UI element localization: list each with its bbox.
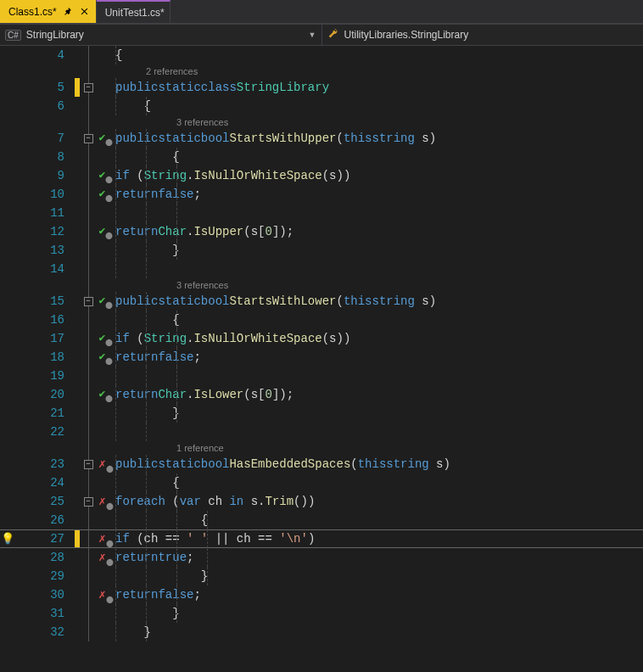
code-text[interactable]: { — [115, 46, 643, 64]
line-number: 21 — [15, 406, 75, 420]
code-text[interactable]: public static bool StartsWithUpper(this … — [115, 129, 643, 148]
test-fail-icon: ✗⬤ — [98, 587, 113, 603]
nav-type-label: UtilityLibraries.StringLibrary — [344, 29, 469, 41]
code-text[interactable] — [115, 204, 643, 222]
line-number: 26 — [15, 513, 75, 527]
code-text[interactable]: } — [115, 567, 643, 585]
codelens-row: 3 references — [0, 278, 643, 292]
code-text[interactable]: return Char.IsLower(s[0]); — [115, 385, 643, 404]
code-line: 13 } — [0, 241, 643, 260]
line-number: 10 — [15, 188, 75, 201]
line-number: 32 — [15, 625, 75, 639]
code-text[interactable]: { — [115, 311, 643, 329]
code-text[interactable]: return false; — [115, 185, 643, 204]
code-line: 30 ✗⬤ return false; — [0, 585, 643, 604]
code-line: 18 ✔⬤ return false; — [0, 348, 643, 367]
line-number: 7 — [15, 132, 75, 145]
code-text[interactable]: return Char.IsUpper(s[0]); — [115, 222, 643, 241]
code-text[interactable]: return false; — [115, 585, 643, 604]
test-pass-icon: ✔⬤ — [99, 168, 114, 183]
line-number: 20 — [15, 388, 75, 401]
fold-toggle[interactable]: − — [84, 497, 93, 507]
code-text[interactable]: } — [115, 623, 643, 641]
code-line: 16 { — [0, 311, 643, 329]
line-number: 17 — [15, 332, 75, 345]
code-line: 22 — [0, 423, 643, 441]
line-number: 9 — [15, 169, 75, 182]
code-line: 5 − public static class StringLibrary — [0, 78, 643, 97]
code-line: 8 { — [0, 148, 643, 166]
test-fail-icon: ✗⬤ — [98, 456, 113, 473]
fold-toggle[interactable]: − — [84, 297, 93, 306]
code-text[interactable]: if (String.IsNullOrWhiteSpace(s)) — [115, 166, 643, 185]
line-number: 28 — [15, 551, 75, 564]
code-line: 25 − ✗⬤ foreach (var ch in s.Trim()) — [0, 492, 643, 511]
code-text[interactable]: { — [115, 148, 643, 166]
code-line: 31 } — [0, 604, 643, 623]
fold-toggle[interactable]: − — [84, 460, 93, 469]
code-text[interactable]: return true; — [115, 548, 643, 567]
code-text[interactable]: foreach (var ch in s.Trim()) — [115, 492, 643, 511]
line-number: 11 — [15, 206, 75, 220]
nav-type-dropdown[interactable]: UtilityLibraries.StringLibrary — [322, 25, 644, 45]
code-text[interactable]: { — [115, 511, 643, 529]
code-line: 24 { — [0, 473, 643, 492]
line-number: 27 — [15, 532, 75, 546]
codelens-link[interactable]: 3 references — [115, 278, 643, 292]
navigation-bar: C# StringLibrary ▼ UtilityLibraries.Stri… — [0, 24, 643, 46]
code-text[interactable]: public static class StringLibrary — [115, 78, 643, 97]
line-number: 22 — [15, 425, 75, 439]
code-text[interactable]: public static bool HasEmbeddedSpaces(thi… — [115, 455, 643, 473]
code-line: 14 — [0, 260, 643, 278]
code-text[interactable]: } — [115, 604, 643, 623]
line-number: 25 — [15, 495, 75, 508]
codelens-link[interactable]: 3 references — [115, 115, 643, 129]
line-number: 12 — [15, 225, 75, 238]
code-text[interactable]: } — [115, 404, 643, 423]
pin-icon[interactable] — [62, 6, 74, 18]
line-number: 13 — [15, 244, 75, 257]
tab-label: UnitTest1.cs* — [105, 7, 165, 19]
code-line: 28 ✗⬤ return true; — [0, 548, 643, 567]
code-text[interactable]: if (String.IsNullOrWhiteSpace(s)) — [115, 329, 643, 348]
nav-scope-dropdown[interactable]: C# StringLibrary ▼ — [0, 25, 322, 45]
code-line: 11 — [0, 204, 643, 222]
test-pass-icon: ✔⬤ — [99, 387, 114, 402]
code-text[interactable]: return false; — [115, 348, 643, 367]
code-line: 26 { — [0, 511, 643, 529]
codelens-link[interactable]: 1 reference — [115, 441, 643, 455]
fold-toggle[interactable]: − — [84, 83, 93, 92]
code-text[interactable]: { — [115, 473, 643, 492]
test-fail-icon: ✗⬤ — [98, 531, 113, 547]
code-text[interactable] — [115, 260, 643, 278]
code-line: 10 ✔⬤ return false; — [0, 185, 643, 204]
line-number: 24 — [15, 476, 75, 490]
test-pass-icon: ✔⬤ — [99, 331, 114, 346]
tab-unittest1[interactable]: UnitTest1.cs* — [97, 0, 171, 23]
code-text[interactable]: if (ch == ' ' || ch == '\n') — [115, 529, 643, 548]
close-icon[interactable] — [79, 6, 91, 18]
test-pass-icon: ✔⬤ — [99, 131, 114, 146]
code-text[interactable]: } — [115, 241, 643, 260]
code-text[interactable] — [115, 423, 643, 441]
test-pass-icon: ✔⬤ — [99, 294, 114, 309]
line-number: 5 — [15, 81, 75, 94]
code-text[interactable]: public static bool StartsWithLower(this … — [115, 292, 643, 311]
code-editor[interactable]: 4 { 2 references 5 − public static class… — [0, 46, 643, 672]
lightbulb-icon[interactable]: 💡 — [1, 532, 14, 546]
csharp-badge-icon: C# — [5, 30, 21, 41]
code-text[interactable] — [115, 367, 643, 385]
fold-toggle[interactable]: − — [84, 134, 93, 143]
tab-class1[interactable]: Class1.cs* — [0, 0, 97, 23]
codelens-row: 1 reference — [0, 441, 643, 455]
code-line: 4 { — [0, 46, 643, 64]
code-line: 💡 27 ✗⬤ if (ch == ' ' || ch == '\n') — [0, 529, 643, 548]
code-text[interactable]: { — [115, 97, 643, 115]
line-number: 6 — [15, 99, 75, 113]
line-number: 23 — [15, 457, 75, 471]
code-line: 6 { — [0, 97, 643, 115]
test-pass-icon: ✔⬤ — [99, 350, 114, 365]
code-line: 9 ✔⬤ if (String.IsNullOrWhiteSpace(s)) — [0, 166, 643, 185]
code-line: 32 } — [0, 623, 643, 641]
codelens-link[interactable]: 2 references — [115, 64, 643, 78]
